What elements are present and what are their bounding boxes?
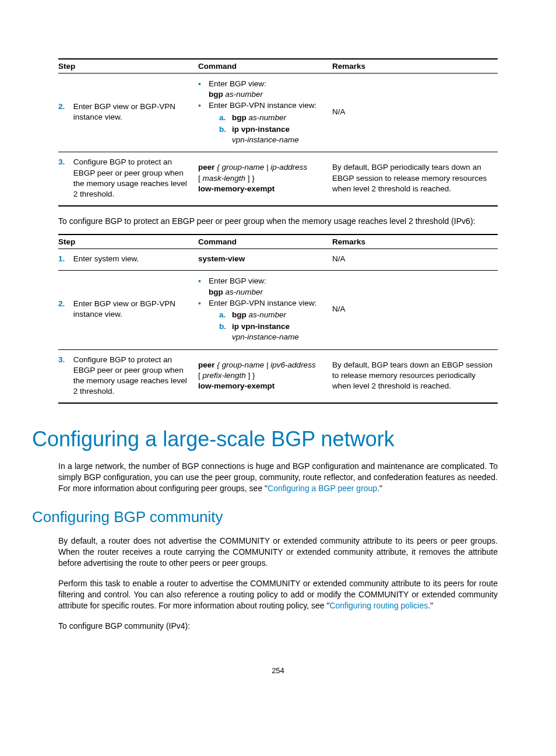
sub-label: a. (219, 310, 232, 320)
table-ipv4: Step Command Remarks 2. Enter BGP view o… (58, 58, 498, 206)
cmd-keyword: low-memory-exempt (198, 382, 275, 390)
cmd-keyword: system-view (198, 254, 245, 263)
step-text: Configure BGP to protect an EBGP peer or… (73, 157, 192, 200)
cmd-keyword: bgp (209, 90, 223, 99)
bullet: Enter BGP view: bgp as-number (198, 276, 328, 297)
heading-2: Configuring BGP community (32, 508, 498, 526)
sub-label: a. (219, 113, 232, 123)
step-number: 1. (58, 254, 71, 264)
heading-1: Configuring a large-scale BGP network (32, 427, 498, 452)
th-command: Command (198, 235, 332, 249)
link-bgp-peer-group[interactable]: Configuring a BGP peer group (268, 484, 377, 493)
paragraph: To configure BGP to protect an EBGP peer… (58, 216, 498, 227)
text: ." (428, 601, 433, 610)
th-command: Command (198, 59, 332, 74)
step-text: Enter BGP view or BGP-VPN instance view. (73, 299, 192, 320)
bullet: Enter BGP view: bgp as-number (198, 79, 328, 100)
cmd-keyword: ip vpn-instance (232, 322, 290, 331)
cmd-arg: vpn-instance-name (232, 135, 299, 144)
cmd-label: Enter BGP-VPN instance view: (209, 299, 316, 307)
paragraph: To configure BGP community (IPv4): (58, 621, 498, 632)
cmd-text: ] } (245, 174, 255, 183)
table-row: 3. Configure BGP to protect an EBGP peer… (58, 349, 498, 403)
step-number: 3. (58, 355, 71, 365)
remarks-text: N/A (332, 74, 498, 152)
th-step: Step (58, 59, 198, 74)
cmd-keyword: peer (198, 163, 215, 172)
cmd-arg: as-number (223, 90, 263, 99)
link-routing-policies[interactable]: Configuring routing policies (329, 601, 428, 610)
cmd-arg: mask-length (203, 174, 246, 183)
step-text: Enter system view. (73, 254, 192, 264)
cmd-arg: prefix-length (203, 371, 246, 380)
th-remarks: Remarks (332, 59, 498, 74)
sub-item: b. ip vpn-instancevpn-instance-name (209, 124, 328, 145)
sub-item: a. bgp as-number (209, 113, 328, 123)
table-row: 3. Configure BGP to protect an EBGP peer… (58, 152, 498, 206)
cmd-keyword: low-memory-exempt (198, 184, 275, 193)
cmd-arg: as-number (247, 113, 286, 122)
cmd-arg: as-number (223, 288, 263, 296)
bullet: Enter BGP-VPN instance view: a. bgp as-n… (198, 100, 328, 145)
step-text: Configure BGP to protect an EBGP peer or… (73, 355, 192, 397)
th-remarks: Remarks (332, 235, 498, 249)
cmd-keyword: ip vpn-instance (232, 125, 290, 134)
step-number: 2. (58, 102, 71, 112)
remarks-text: N/A (332, 249, 498, 271)
sub-item: b. ip vpn-instancevpn-instance-name (209, 321, 328, 342)
sub-item: a. bgp as-number (209, 310, 328, 320)
step-number: 3. (58, 157, 71, 167)
paragraph: Perform this task to enable a router to … (58, 578, 498, 611)
remarks-text: N/A (332, 271, 498, 349)
paragraph: By default, a router does not advertise … (58, 536, 498, 569)
paragraph: In a large network, the number of BGP co… (58, 461, 498, 494)
cmd-text: [ (198, 174, 203, 183)
cmd-label: Enter BGP view: (209, 79, 266, 88)
cmd-text: [ (198, 371, 203, 380)
page-number: 254 (58, 666, 498, 675)
cmd-arg: vpn-instance-name (232, 332, 299, 341)
cmd-keyword: bgp (232, 310, 247, 319)
step-number: 2. (58, 299, 71, 309)
bullet: Enter BGP-VPN instance view: a. bgp as-n… (198, 298, 328, 343)
cmd-keyword: bgp (209, 288, 223, 296)
cmd-label: Enter BGP view: (209, 276, 266, 285)
cmd-arg: { group-name | ipv6-address (215, 360, 316, 369)
cmd-arg: { group-name | ip-address (215, 163, 308, 172)
cmd-arg: as-number (247, 310, 286, 319)
table-row: 2. Enter BGP view or BGP-VPN instance vi… (58, 271, 498, 349)
cmd-label: Enter BGP-VPN instance view: (209, 101, 316, 110)
cmd-keyword: peer (198, 360, 215, 369)
table-row: 2. Enter BGP view or BGP-VPN instance vi… (58, 74, 498, 152)
sub-label: b. (219, 124, 232, 145)
table-ipv6: Step Command Remarks 1. Enter system vie… (58, 234, 498, 404)
text: ." (377, 484, 382, 493)
table-row: 1. Enter system view. system-view N/A (58, 249, 498, 271)
step-text: Enter BGP view or BGP-VPN instance view. (73, 102, 192, 123)
sub-label: b. (219, 321, 232, 342)
remarks-text: By default, BGP periodically tears down … (332, 152, 498, 206)
remarks-text: By default, BGP tears down an EBGP sessi… (332, 349, 498, 403)
cmd-keyword: bgp (232, 113, 247, 122)
th-step: Step (58, 235, 198, 249)
cmd-text: ] } (246, 371, 255, 380)
